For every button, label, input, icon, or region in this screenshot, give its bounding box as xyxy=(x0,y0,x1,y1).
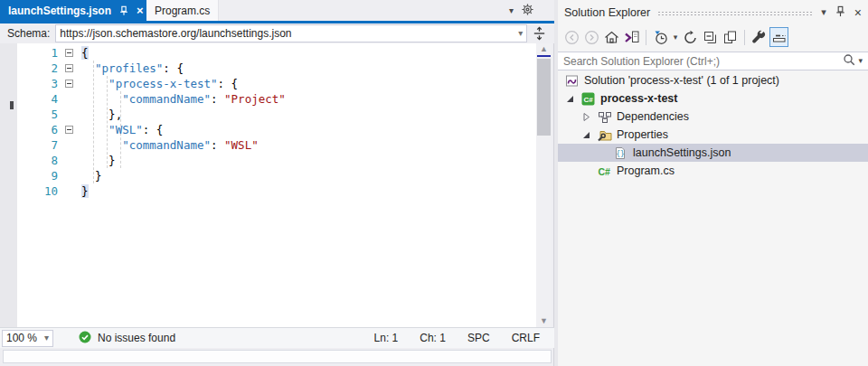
expander-expanded-icon[interactable] xyxy=(581,130,598,140)
dependencies-icon xyxy=(598,110,613,124)
close-icon[interactable]: × xyxy=(854,6,862,19)
gear-icon[interactable] xyxy=(521,3,534,19)
eol-indicator: CRLF xyxy=(512,332,540,344)
collapse-all-button[interactable] xyxy=(701,27,720,47)
tab-list-chevron-down-icon[interactable]: ▾ xyxy=(509,6,514,15)
code-text: "commandName": "WSL" xyxy=(81,137,259,153)
editor-pane: launchSettings.json × Program.cs ▾ Schem… xyxy=(0,0,554,366)
back-button[interactable] xyxy=(562,27,581,47)
code-editor[interactable]: 1{2 "profiles": {3 "process-x-test": {4 … xyxy=(0,43,536,327)
line-number: 5 xyxy=(17,107,65,122)
scrollbar-thumb[interactable] xyxy=(537,59,551,136)
home-button[interactable] xyxy=(602,27,621,47)
fold-collapse-box[interactable] xyxy=(65,126,81,134)
zoom-dropdown[interactable]: 100 % ▾ xyxy=(2,330,53,347)
solution-tree: Solution 'process-x-test' (1 of 1 projec… xyxy=(558,71,868,180)
tree-item[interactable]: C#Program.cs xyxy=(558,162,868,180)
drag-grip[interactable] xyxy=(657,11,814,16)
code-line[interactable]: 5 }, xyxy=(17,107,536,122)
pending-changes-filter-button[interactable] xyxy=(651,27,670,47)
search-box[interactable]: Search Solution Explorer (Ctrl+;) ▾ xyxy=(558,52,868,70)
expander-collapsed-icon[interactable] xyxy=(581,112,598,122)
tree-item-label: launchSettings.json xyxy=(633,146,731,159)
tree-item[interactable]: Properties xyxy=(558,126,868,144)
code-line[interactable]: 7 "commandName": "WSL" xyxy=(17,137,536,153)
window-position-chevron-icon[interactable]: ▾ xyxy=(821,7,826,17)
indicator-margin[interactable] xyxy=(0,43,17,327)
tab-label: launchSettings.json xyxy=(8,5,111,17)
svg-text:C#: C# xyxy=(583,95,593,103)
search-placeholder: Search Solution Explorer (Ctrl+;) xyxy=(563,55,843,68)
tree-item[interactable]: {}launchSettings.json xyxy=(558,144,868,162)
solution-explorer-toolbar: ▾ xyxy=(558,24,868,50)
toolbar-separator xyxy=(744,30,745,45)
code-line[interactable]: 1{ xyxy=(17,45,536,61)
code-text: "process-x-test": { xyxy=(81,76,238,91)
expander-expanded-icon[interactable] xyxy=(565,94,581,104)
code-line[interactable]: 8 } xyxy=(17,153,536,168)
svg-text:{}: {} xyxy=(616,150,625,158)
forward-button[interactable] xyxy=(582,27,601,47)
line-number: 3 xyxy=(17,76,65,91)
properties-icon xyxy=(598,128,613,142)
code-line[interactable]: 4 "commandName": "Project" xyxy=(17,91,536,107)
schema-bar: Schema: https://json.schemastore.org/lau… xyxy=(0,23,554,43)
code-text: { xyxy=(81,45,89,61)
margin-mark xyxy=(10,101,14,109)
svg-text:C#: C# xyxy=(599,166,611,177)
line-number: 4 xyxy=(17,91,65,107)
search-icon[interactable] xyxy=(843,53,855,69)
filter-chevron-down-icon[interactable]: ▾ xyxy=(671,27,680,47)
show-all-files-button[interactable] xyxy=(721,27,740,47)
column-indicator: Ch: 1 xyxy=(420,332,446,344)
preview-selected-items-button[interactable] xyxy=(769,27,788,47)
tree-item-label: Dependencies xyxy=(617,110,689,123)
chevron-down-icon[interactable]: ▾ xyxy=(518,29,523,38)
tree-item[interactable]: C#process-x-test xyxy=(558,89,868,108)
fold-collapse-box[interactable] xyxy=(65,64,81,72)
code-line[interactable]: 10} xyxy=(17,183,536,199)
schema-label: Schema: xyxy=(7,27,50,40)
chevron-down-icon: ▾ xyxy=(44,333,49,343)
pin-icon[interactable] xyxy=(118,5,129,16)
code-line[interactable]: 2 "profiles": { xyxy=(17,61,536,76)
split-editor-button[interactable] xyxy=(529,24,549,42)
line-number: 1 xyxy=(17,45,65,61)
sync-with-active-document-button[interactable] xyxy=(622,27,641,47)
horizontal-scrollbar[interactable] xyxy=(3,350,552,363)
code-text: "profiles": { xyxy=(81,61,184,76)
properties-button[interactable] xyxy=(750,27,769,47)
code-line[interactable]: 3 "process-x-test": { xyxy=(17,76,536,91)
scroll-down-arrow-icon[interactable]: ▼ xyxy=(536,315,552,327)
code-line[interactable]: 6 "WSL": { xyxy=(17,122,536,137)
tab-launchsettings[interactable]: launchSettings.json × xyxy=(0,0,152,21)
tree-item-label: Properties xyxy=(617,128,668,141)
check-circle-icon xyxy=(79,331,91,346)
pin-icon[interactable] xyxy=(835,5,846,20)
close-icon[interactable]: × xyxy=(137,5,144,16)
tree-item-label: process-x-test xyxy=(600,92,677,105)
tree-item[interactable]: Dependencies xyxy=(558,108,868,126)
code-text: } xyxy=(81,183,89,199)
tab-programcs[interactable]: Program.cs xyxy=(146,0,219,21)
csfile-icon: C# xyxy=(598,165,613,177)
code-text: } xyxy=(81,168,102,183)
search-options-chevron-icon[interactable]: ▾ xyxy=(858,57,863,65)
vertical-scrollbar[interactable]: ▲ ▼ xyxy=(536,43,552,327)
line-number: 9 xyxy=(17,168,65,183)
line-number: 7 xyxy=(17,137,65,153)
code-text: "WSL": { xyxy=(81,122,163,137)
fold-collapse-box[interactable] xyxy=(65,49,81,57)
code-line[interactable]: 9 } xyxy=(17,168,536,183)
schema-combobox[interactable]: https://json.schemastore.org/launchsetti… xyxy=(55,24,527,42)
space-indicator: SPC xyxy=(467,332,490,344)
scroll-up-arrow-icon[interactable]: ▲ xyxy=(536,43,552,55)
solution-explorer-titlebar[interactable]: Solution Explorer ▾ × xyxy=(558,0,868,24)
line-number: 8 xyxy=(17,153,65,168)
refresh-button[interactable] xyxy=(681,27,700,47)
tree-item[interactable]: Solution 'process-x-test' (1 of 1 projec… xyxy=(558,71,868,89)
zoom-level: 100 % xyxy=(6,332,44,344)
document-health[interactable]: No issues found xyxy=(79,331,175,346)
fold-collapse-box[interactable] xyxy=(65,80,81,88)
tree-item-label: Solution 'process-x-test' (1 of 1 projec… xyxy=(584,74,779,87)
